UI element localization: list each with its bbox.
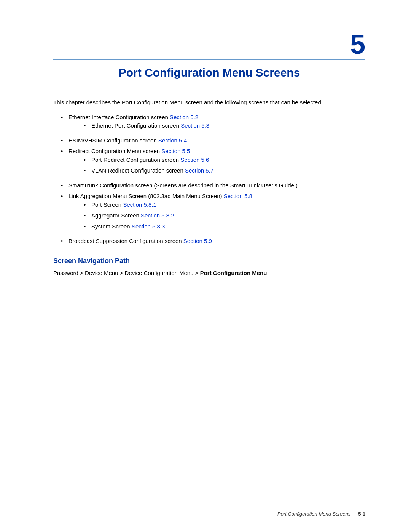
list-item: Port Screen Section 5.8.1 <box>84 201 365 209</box>
bullet-text: Port Screen <box>91 201 123 208</box>
section-link-5-9[interactable]: Section 5.9 <box>183 238 212 244</box>
list-item: Link Aggregation Menu Screen (802.3ad Ma… <box>61 192 365 231</box>
bullet-text: System Screen <box>91 223 132 230</box>
section-link-5-4[interactable]: Section 5.4 <box>158 137 187 144</box>
bullet-text: Link Aggregation Menu Screen (802.3ad Ma… <box>68 193 224 199</box>
list-item: Port Redirect Configuration screen Secti… <box>84 156 365 165</box>
page-container: 5 Port Configuration Menu Screens This c… <box>0 0 411 532</box>
bullet-text: Broadcast Suppression Configuration scre… <box>68 238 183 244</box>
footer-label: Port Configuration Menu Screens <box>277 511 350 517</box>
bullet-text: Ethernet Interface Configuration screen <box>68 114 170 120</box>
list-item: System Screen Section 5.8.3 <box>84 222 365 231</box>
bullet-text: Aggregator Screen <box>91 212 141 219</box>
screen-nav-heading: Screen Navigation Path <box>53 257 365 265</box>
footer-text: Port Configuration Menu Screens 5-1 <box>277 511 365 517</box>
list-item: Broadcast Suppression Configuration scre… <box>61 237 365 246</box>
footer-page: 5-1 <box>358 511 365 517</box>
list-item: Redirect Configuration Menu screen Secti… <box>61 147 365 175</box>
list-item: HSIM/VHSIM Configuration screen Section … <box>61 136 365 145</box>
section-link-5-3[interactable]: Section 5.3 <box>181 122 209 129</box>
section-link-5-8-3[interactable]: Section 5.8.3 <box>132 223 165 230</box>
nav-path-before: Password > Device Menu > Device Configur… <box>53 270 200 276</box>
section-link-5-8-1[interactable]: Section 5.8.1 <box>123 201 156 208</box>
list-item: SmartTrunk Configuration screen (Screens… <box>61 181 365 190</box>
nav-path-bold: Port Configuration Menu <box>200 270 267 276</box>
sub-bullet-list: Port Redirect Configuration screen Secti… <box>84 156 365 175</box>
bullet-text: SmartTrunk Configuration screen (Screens… <box>68 182 298 189</box>
chapter-number: 5 <box>53 30 365 58</box>
section-link-5-7[interactable]: Section 5.7 <box>185 167 213 174</box>
section-link-5-5[interactable]: Section 5.5 <box>161 148 190 154</box>
list-item: Ethernet Interface Configuration screen … <box>61 113 365 130</box>
chapter-title: Port Configuration Menu Screens <box>53 66 365 79</box>
bullet-text: HSIM/VHSIM Configuration screen <box>68 137 158 144</box>
intro-text: This chapter describes the Port Configur… <box>53 98 365 107</box>
sub-bullet-list: Ethernet Port Configuration screen Secti… <box>84 121 365 130</box>
nav-path-text: Password > Device Menu > Device Configur… <box>53 269 365 278</box>
section-link-5-8-2[interactable]: Section 5.8.2 <box>141 212 174 219</box>
list-item: Ethernet Port Configuration screen Secti… <box>84 121 365 130</box>
section-link-5-8[interactable]: Section 5.8 <box>224 193 252 199</box>
section-link-5-2[interactable]: Section 5.2 <box>170 114 198 120</box>
list-item: Aggregator Screen Section 5.8.2 <box>84 211 365 220</box>
footer: Port Configuration Menu Screens 5-1 <box>277 511 365 517</box>
bullet-text: Redirect Configuration Menu screen <box>68 148 161 154</box>
bullet-text: VLAN Redirect Configuration screen <box>91 167 185 174</box>
section-link-5-6[interactable]: Section 5.6 <box>180 157 209 163</box>
sub-bullet-list: Port Screen Section 5.8.1 Aggregator Scr… <box>84 201 365 231</box>
bullet-text: Ethernet Port Configuration screen <box>91 122 181 129</box>
chapter-divider <box>53 59 365 60</box>
main-bullet-list: Ethernet Interface Configuration screen … <box>61 113 365 246</box>
list-item: VLAN Redirect Configuration screen Secti… <box>84 166 365 175</box>
bullet-text: Port Redirect Configuration screen <box>91 157 180 163</box>
